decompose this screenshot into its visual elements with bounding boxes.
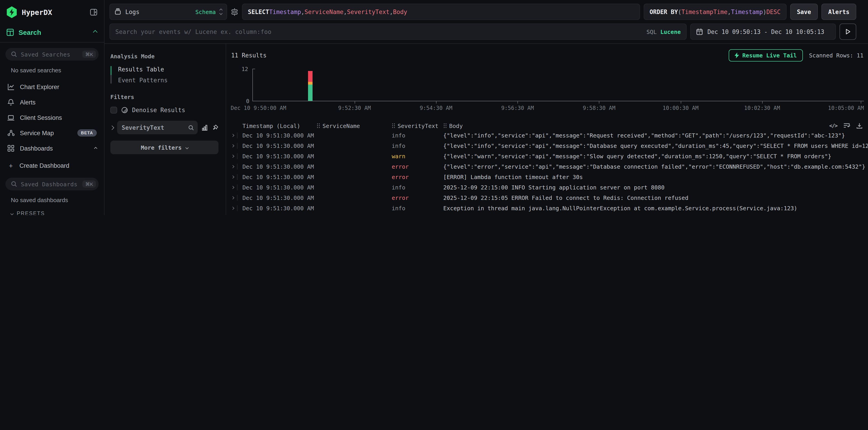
row-expander[interactable]: [231, 195, 243, 201]
chevron-down-icon: [185, 146, 188, 149]
search-icon: [188, 125, 194, 130]
table-row[interactable]: Dec 10 9:51:30.000 AM warn {"level":"war…: [226, 151, 868, 161]
table-body: Dec 10 9:51:30.000 AM info {"level":"inf…: [226, 130, 868, 215]
date-range-picker[interactable]: 1 Dec 10 09:50:13 - Dec 10 10:05:13: [690, 24, 836, 40]
cell-body: 2025-12-09 22:15:05 ERROR Failed to conn…: [443, 194, 868, 201]
y-axis-max-label: 12: [242, 66, 248, 72]
sidebar: HyperDX Search Saved Searches ⌘K No save…: [0, 0, 104, 215]
row-expander[interactable]: [231, 143, 243, 149]
table-row[interactable]: Dec 10 9:51:30.000 AM info Exception in …: [226, 203, 868, 213]
source-settings-gear-icon[interactable]: [231, 8, 238, 15]
table-row[interactable]: Dec 10 9:51:30.000 AM info {"level":"inf…: [226, 130, 868, 141]
table-grid-icon: [6, 29, 14, 36]
table-header-row: Timestamp (Local) ServiceName SeverityTe…: [226, 121, 868, 130]
severity-field-label: SeverityText: [122, 124, 188, 131]
alerts-button[interactable]: Alerts: [822, 4, 856, 20]
sidebar-item-service-map[interactable]: Service Map BETA: [0, 125, 104, 141]
download-icon[interactable]: [856, 123, 863, 129]
row-expander[interactable]: [231, 164, 243, 170]
column-header-timestamp[interactable]: Timestamp (Local): [243, 122, 317, 129]
more-filters-button[interactable]: More filters: [111, 141, 218, 154]
order-by-input[interactable]: ORDER BY (TimestampTime, Timestamp) DESC: [644, 4, 786, 20]
wrap-lines-icon[interactable]: [843, 123, 850, 129]
mode-results-table[interactable]: Results Table: [118, 66, 167, 73]
denoise-results-toggle[interactable]: Denoise Results: [111, 107, 218, 113]
denoise-checkbox[interactable]: [111, 107, 117, 113]
table-row[interactable]: Dec 10 9:51:30.000 AM error [ERROR] Lamb…: [226, 172, 868, 182]
cell-body: {"level":"info","service":"api","message…: [443, 132, 868, 139]
content: Analysis Mode Results Table Event Patter…: [104, 44, 868, 215]
presets-group: PRESETS ClickHouse Services Kubernetes: [0, 206, 104, 215]
kbd-shortcut: ⌘K: [83, 51, 96, 58]
plus-icon: +: [7, 162, 15, 169]
scanned-rows-label: Scanned Rows: 11: [809, 52, 864, 59]
row-expander[interactable]: [231, 174, 243, 180]
logo-row: HyperDX: [0, 0, 104, 23]
drag-handle-icon[interactable]: [317, 123, 320, 128]
x-axis-tick-label: 9:52:30 AM: [338, 105, 371, 111]
filters-panel: Analysis Mode Results Table Event Patter…: [104, 44, 226, 215]
query-row: Logs Schema SELECT Timestamp,ServiceName…: [110, 4, 856, 20]
sidebar-item-search[interactable]: Search: [0, 23, 104, 42]
chevron-right-icon[interactable]: [110, 125, 114, 130]
run-query-button[interactable]: [839, 24, 856, 40]
cell-severitytext: error: [392, 174, 443, 180]
sql-mode-toggle[interactable]: SQL: [647, 28, 657, 35]
topbar: Logs Schema SELECT Timestamp,ServiceName…: [104, 0, 868, 44]
bar-segment-error: [308, 71, 312, 82]
source-select[interactable]: Logs Schema: [110, 4, 227, 20]
view-source-icon[interactable]: </>: [829, 123, 837, 129]
drag-handle-icon[interactable]: [392, 123, 395, 128]
column-header-severitytext[interactable]: SeverityText: [392, 122, 443, 129]
sidebar-item-alerts[interactable]: Alerts: [0, 95, 104, 110]
sidebar-item-client-sessions[interactable]: Client Sessions: [0, 110, 104, 125]
table-row[interactable]: Dec 10 9:51:30.000 AM info {"level":"inf…: [226, 141, 868, 151]
pin-icon[interactable]: [212, 124, 218, 131]
results-area: 11 Results Resume Live Tail Scanned Rows…: [226, 44, 868, 215]
collapse-sidebar-icon[interactable]: [90, 8, 98, 16]
sidebar-item-chart-explorer[interactable]: Chart Explorer: [0, 79, 104, 95]
column-label: Timestamp (Local): [243, 122, 300, 129]
cell-severitytext: info: [392, 205, 443, 211]
select-query-input[interactable]: SELECT Timestamp,ServiceName,SeverityTex…: [242, 4, 640, 20]
saved-dashboards-input[interactable]: Saved Dashboards ⌘K: [5, 178, 99, 190]
denoise-icon: [121, 107, 128, 113]
create-dashboard-button[interactable]: + Create Dashboard: [0, 158, 104, 173]
search-row: Search your events w/ Lucene ex. column:…: [110, 24, 856, 40]
row-expander[interactable]: [231, 205, 243, 211]
stacked-bar[interactable]: [308, 71, 312, 101]
presets-toggle[interactable]: PRESETS: [11, 208, 104, 215]
severity-filter-field[interactable]: SeverityText: [117, 121, 198, 134]
plot-area: [252, 69, 864, 101]
cell-body: Exception in thread main java.lang.NullP…: [443, 205, 868, 211]
chart-toggle-icon[interactable]: [201, 124, 208, 131]
lucene-mode-toggle[interactable]: Lucene: [660, 28, 681, 35]
cell-severitytext: info: [392, 132, 443, 139]
table-row[interactable]: Dec 10 9:51:30.000 AM info 2025-12-09 22…: [226, 182, 868, 193]
results-histogram[interactable]: 12 0: [252, 69, 864, 101]
hyperdx-logo-icon: [6, 6, 18, 19]
saved-searches-input[interactable]: Saved Searches ⌘K: [5, 48, 99, 61]
save-button[interactable]: Save: [790, 4, 818, 20]
table-row[interactable]: Dec 10 9:51:30.000 AM error {"level":"er…: [226, 161, 868, 172]
sidebar-item-dashboards[interactable]: Dashboards: [0, 141, 104, 156]
row-expander[interactable]: [231, 185, 243, 190]
table-row[interactable]: Dec 10 9:51:30.000 AM error 2025-12-09 2…: [226, 193, 868, 203]
event-search-input[interactable]: Search your events w/ Lucene ex. column:…: [110, 24, 687, 40]
resume-live-tail-button[interactable]: Resume Live Tail: [729, 49, 803, 62]
filters-heading: Filters: [111, 94, 218, 100]
drag-handle-icon[interactable]: [443, 123, 447, 128]
event-search-placeholder: Search your events w/ Lucene ex. column:…: [115, 28, 642, 35]
x-axis-ticks: [252, 101, 864, 104]
chevron-up-icon: [94, 147, 97, 150]
cell-body: {"level":"info","service":"api","message…: [443, 142, 868, 149]
table-row[interactable]: Dec 10 9:51:30.000 AM error 500 Internal…: [226, 213, 868, 215]
row-expander[interactable]: [231, 132, 243, 138]
bar-segment-warn: [308, 82, 312, 85]
laptop-icon: [7, 114, 15, 121]
row-expander[interactable]: [231, 153, 243, 159]
column-header-body[interactable]: Body: [443, 122, 825, 129]
column-header-servicename[interactable]: ServiceName: [317, 122, 392, 129]
mode-event-patterns[interactable]: Event Patterns: [118, 77, 167, 84]
chevron-right-icon: [231, 186, 234, 189]
